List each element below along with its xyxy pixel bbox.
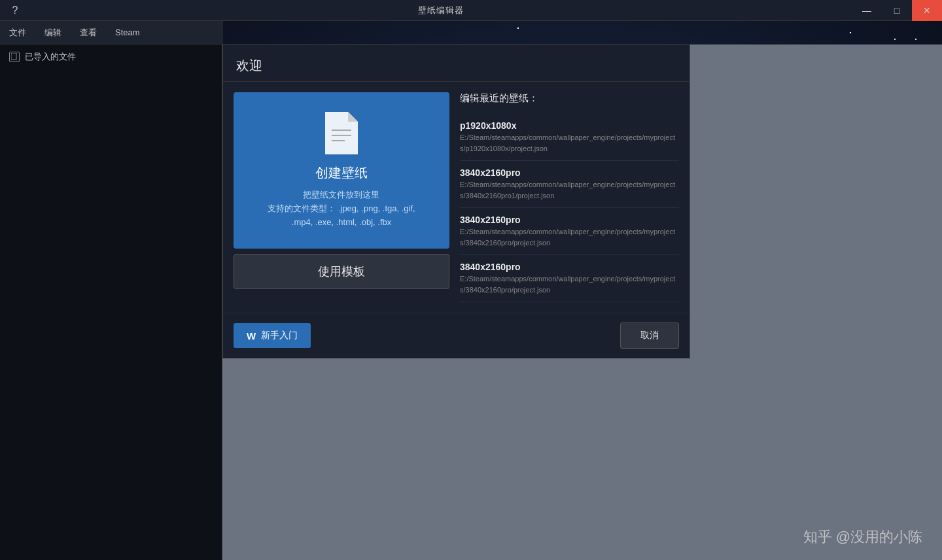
create-drop-area[interactable]: 创建壁纸 把壁纸文件放到这里 支持的文件类型： .jpeg, .png, .tg… <box>234 92 449 249</box>
watermark: 知乎 @没用的小陈 <box>803 527 922 547</box>
recent-item-name-3: 3840x2160pro <box>460 262 679 272</box>
recent-item-2[interactable]: 3840x2160pro E:/Steam/steamapps/common/w… <box>460 208 679 255</box>
create-hint: 把壁纸文件放到这里 支持的文件类型： .jpeg, .png, .tga, .g… <box>268 188 415 229</box>
dialog-body: 创建壁纸 把壁纸文件放到这里 支持的文件类型： .jpeg, .png, .tg… <box>223 82 689 313</box>
recent-item-3[interactable]: 3840x2160pro E:/Steam/steamapps/common/w… <box>460 255 679 302</box>
w-logo: W <box>247 330 256 341</box>
beginner-label: 新手入门 <box>261 330 298 341</box>
create-file-icon <box>322 112 361 158</box>
recent-panel: 编辑最近的壁纸： p1920x1080x E:/Steam/steamapps/… <box>460 92 679 302</box>
recent-item-0[interactable]: p1920x1080x E:/Steam/steamapps/common/wa… <box>460 114 679 161</box>
dialog-title: 欢迎 <box>236 57 676 75</box>
recent-title: 编辑最近的壁纸： <box>460 92 679 105</box>
recent-item-name-0: p1920x1080x <box>460 120 679 131</box>
recent-list: p1920x1080x E:/Steam/steamapps/common/wa… <box>460 114 679 302</box>
beginner-button[interactable]: W 新手入门 <box>234 323 311 348</box>
recent-item-path-2: E:/Steam/steamapps/common/wallpaper_engi… <box>460 226 679 248</box>
recent-item-path-3: E:/Steam/steamapps/common/wallpaper_engi… <box>460 273 679 295</box>
dialog-overlay: 欢迎 <box>0 0 942 560</box>
cancel-button[interactable]: 取消 <box>620 323 679 349</box>
create-label: 创建壁纸 <box>315 164 368 182</box>
dialog-header: 欢迎 <box>223 45 689 82</box>
dialog-footer: W 新手入门 取消 <box>223 313 689 358</box>
recent-item-name-2: 3840x2160pro <box>460 215 679 225</box>
welcome-dialog: 欢迎 <box>222 44 690 359</box>
recent-item-name-1: 3840x2160pro <box>460 167 679 178</box>
recent-item-1[interactable]: 3840x2160pro E:/Steam/steamapps/common/w… <box>460 161 679 208</box>
recent-item-path-1: E:/Steam/steamapps/common/wallpaper_engi… <box>460 179 679 201</box>
template-button[interactable]: 使用模板 <box>234 254 449 289</box>
create-panel: 创建壁纸 把壁纸文件放到这里 支持的文件类型： .jpeg, .png, .tg… <box>234 92 449 302</box>
recent-item-path-0: E:/Steam/steamapps/common/wallpaper_engi… <box>460 132 679 154</box>
